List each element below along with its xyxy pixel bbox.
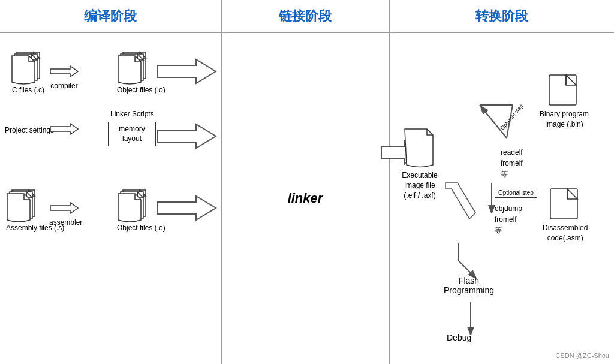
- svg-marker-20: [157, 124, 216, 148]
- svg-rect-27: [549, 75, 576, 105]
- large-arrow-bottom: [157, 194, 217, 224]
- linker-scripts-label: Linker Scripts: [110, 110, 156, 118]
- disassembled-label: Disassembled code(.asm): [543, 223, 588, 243]
- assembly-files-icon: [6, 189, 41, 222]
- memory-layout-label: memory layout: [119, 125, 145, 143]
- convert-header: 转换阶段: [390, 0, 614, 32]
- debug-label: Debug: [447, 333, 471, 342]
- compile-header: 编译阶段: [0, 0, 222, 32]
- binary-file-group: Binary program image (.bin): [540, 72, 589, 130]
- large-arrow-middle-svg: [157, 122, 217, 151]
- assembler-arrow: assembler: [49, 201, 82, 227]
- disassembled-file-group: Disassembled code(.asm): [543, 186, 588, 243]
- object-files2-svg: [117, 189, 152, 222]
- large-arrow-top-svg: [157, 57, 217, 86]
- large-arrow-top: [157, 57, 217, 88]
- compiler-arrow-svg: [49, 64, 79, 79]
- down-arrow3-group: [459, 302, 483, 336]
- executable-label: Executable image file (.elf / .axf): [402, 170, 438, 200]
- c-files-label: C files (.c): [11, 86, 46, 94]
- down-arrow3-svg: [459, 302, 483, 335]
- flash-label: Flash Programming: [444, 276, 494, 295]
- binary-label: Binary program image (.bin): [540, 109, 589, 130]
- binary-file-svg: [546, 72, 582, 108]
- compiler-arrow: compiler: [49, 64, 79, 90]
- compiler-label: compiler: [49, 82, 79, 90]
- svg-marker-19: [157, 59, 216, 83]
- memory-layout-box: memory layout: [108, 122, 156, 146]
- large-arrow-middle: [157, 122, 217, 152]
- svg-marker-4: [50, 66, 78, 77]
- assembler-label: assembler: [49, 218, 82, 227]
- svg-line-24: [480, 105, 507, 138]
- linker-scripts-group: Linker Scripts memory layout: [108, 110, 156, 146]
- project-settings-label: Project settings: [5, 126, 54, 134]
- link-column: linker: [222, 33, 390, 364]
- project-settings-group: Project settings: [5, 126, 54, 134]
- executable-file-svg: [402, 126, 438, 168]
- compile-column: C files (.c) compiler: [0, 33, 222, 364]
- object-files1-svg: [117, 51, 152, 85]
- svg-marker-9: [50, 124, 78, 134]
- assembly-files-svg: [6, 189, 41, 222]
- svg-marker-21: [157, 196, 216, 220]
- svg-marker-37: [446, 183, 475, 219]
- large-arrow-bottom-svg: [157, 194, 217, 222]
- project-arrow-svg: [49, 122, 79, 136]
- readelf-label: readelf fromelf 等: [501, 147, 523, 179]
- executable-file-group: Executable image file (.elf / .axf): [402, 126, 438, 200]
- c-files-icon: [11, 51, 46, 85]
- compile-label: 编译阶段: [84, 7, 137, 25]
- link-label: 链接阶段: [279, 7, 332, 25]
- optional-step1-group: Optional step: [471, 96, 519, 146]
- header: 编译阶段 链接阶段 转换阶段: [0, 0, 614, 33]
- disassembled-file-svg: [547, 186, 583, 222]
- debug-group: Debug: [447, 333, 471, 342]
- object-files1-icon: [117, 51, 152, 85]
- c-files-group: C files (.c): [11, 51, 46, 94]
- object-files2-icon: [117, 189, 152, 222]
- linker-label: linker: [288, 191, 323, 206]
- watermark: CSDN @ZC-Shou: [556, 352, 609, 359]
- object-files2-label: Object files (.o): [117, 224, 165, 232]
- c-files-svg: [11, 51, 46, 85]
- link-header: 链接阶段: [222, 0, 390, 32]
- flash-programming-group: Flash Programming: [444, 276, 494, 295]
- project-arrow: [49, 122, 79, 138]
- assembler-arrow-svg: [49, 201, 79, 215]
- convert-column: Executable image file (.elf / .axf) Opti…: [390, 33, 614, 364]
- diagonal-arrow2-group: [443, 180, 490, 230]
- svg-marker-14: [50, 203, 78, 213]
- readelf-group: readelf fromelf 等: [501, 147, 523, 179]
- convert-label: 转换阶段: [475, 7, 528, 25]
- diagonal-arrow2-svg: [443, 180, 490, 228]
- content: C files (.c) compiler: [0, 33, 614, 364]
- linker-group: linker: [288, 191, 323, 206]
- svg-rect-31: [550, 189, 577, 219]
